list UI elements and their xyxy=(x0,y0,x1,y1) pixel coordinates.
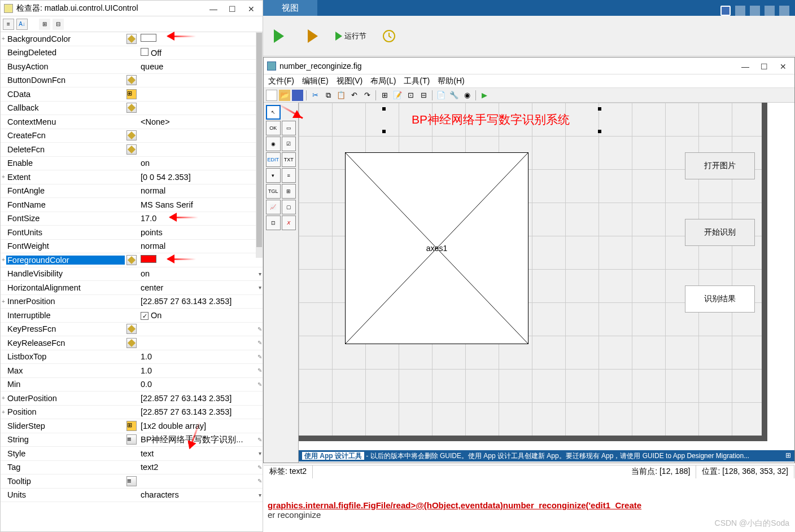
prop-row-outerposition[interactable]: +OuterPosition[22.857 27 63.143 2.353] xyxy=(1,392,263,406)
categorize-icon[interactable]: ≡ xyxy=(3,19,14,30)
prop-value[interactable] xyxy=(138,34,257,43)
axes-tool[interactable]: 📈 xyxy=(266,200,281,214)
pencil-icon[interactable] xyxy=(126,130,137,140)
property-grid[interactable]: +BackgroundColorBeingDeletedOffBusyActio… xyxy=(1,32,263,531)
prop-row-buttondownfcn[interactable]: ButtonDownFcn✎ xyxy=(1,74,263,88)
expand-toggle[interactable]: + xyxy=(1,257,6,263)
prop-row-extent[interactable]: +Extent[0 0 54 2.353] xyxy=(1,170,263,184)
prop-value[interactable]: On xyxy=(138,311,257,320)
pushbutton-tool[interactable]: OK xyxy=(266,121,281,135)
migration-banner[interactable]: 使用 App 设计工具 - 以后的版本中将会删除 GUIDE。使用 App 设计… xyxy=(299,450,794,461)
menu-view[interactable]: 视图(V) xyxy=(337,76,363,86)
open-icon[interactable]: 📂 xyxy=(279,90,290,101)
prop-row-deletefcn[interactable]: DeleteFcn✎ xyxy=(1,143,263,157)
grid-icon[interactable]: ⊞ xyxy=(126,89,137,99)
axes1-control[interactable]: axes1 xyxy=(345,152,528,344)
prop-row-handlevisibility[interactable]: HandleVisibilityon▾ xyxy=(1,267,263,282)
menu-layout[interactable]: 布局(L) xyxy=(370,76,396,86)
maximize-button[interactable]: ☐ xyxy=(229,5,237,12)
color-swatch[interactable] xyxy=(141,34,156,42)
prop-row-tag[interactable]: Tagtext2✎ xyxy=(1,461,263,475)
open-image-button[interactable]: 打开图片 xyxy=(685,152,755,179)
prop-value[interactable]: <None> xyxy=(138,117,257,126)
expand-toggle[interactable]: + xyxy=(1,174,6,180)
menu-edit[interactable]: 编辑(E) xyxy=(302,76,329,86)
alphabetize-icon[interactable]: A↓ xyxy=(16,19,28,30)
activex-tool[interactable]: X xyxy=(282,216,296,230)
edit-pencil-icon[interactable]: ✎ xyxy=(257,367,263,373)
list-icon[interactable]: ≡ xyxy=(126,476,137,486)
prop-value[interactable] xyxy=(138,255,257,265)
expand-toggle[interactable]: + xyxy=(1,298,6,305)
prop-value[interactable]: 1.0 xyxy=(138,366,257,375)
prop-row-horizontalalignment[interactable]: HorizontalAlignmentcenter▾ xyxy=(1,281,263,295)
run-figure-icon[interactable]: ▶ xyxy=(479,90,490,101)
maximize-button[interactable]: ☐ xyxy=(761,62,768,70)
new-icon[interactable] xyxy=(266,90,277,101)
prop-value[interactable]: [22.857 27 63.143 2.353] xyxy=(138,297,257,306)
prop-value[interactable]: 0.0 xyxy=(138,380,257,389)
prop-row-fontweight[interactable]: FontWeightnormal▾ xyxy=(1,240,263,254)
prop-row-callback[interactable]: Callback✎ xyxy=(1,102,263,116)
copy-icon[interactable] xyxy=(750,6,760,16)
menu-editor-icon[interactable]: 📝 xyxy=(392,90,403,101)
pencil-icon[interactable] xyxy=(126,324,137,334)
copy-icon[interactable]: ⧉ xyxy=(322,90,334,101)
save-icon[interactable] xyxy=(292,90,303,101)
dropdown-arrow-icon[interactable]: ▾ xyxy=(257,284,263,291)
run-section-button[interactable]: 运行节 xyxy=(335,31,366,41)
prop-row-keypressfcn[interactable]: KeyPressFcn✎ xyxy=(1,323,263,337)
prop-row-fontname[interactable]: FontNameMS Sans Serif✎ xyxy=(1,198,263,212)
text2-control[interactable]: BP神经网络手写数字识别系统 xyxy=(383,108,598,131)
dropdown-arrow-icon[interactable]: ▾ xyxy=(257,450,263,456)
expand-toggle[interactable]: + xyxy=(1,395,6,401)
prop-row-keyreleasefcn[interactable]: KeyReleaseFcn✎ xyxy=(1,336,263,350)
prop-value[interactable]: on xyxy=(138,159,257,168)
prop-value[interactable]: normal xyxy=(138,241,257,250)
prop-value[interactable]: Off xyxy=(138,48,257,58)
pencil-icon[interactable] xyxy=(126,75,137,85)
prop-value[interactable]: MS Sans Serif xyxy=(138,200,257,209)
dropdown-arrow-icon[interactable]: ▾ xyxy=(257,492,263,498)
tab-view[interactable]: 视图 xyxy=(263,0,317,16)
menu-help[interactable]: 帮助(H) xyxy=(438,76,464,86)
run-advance-button[interactable] xyxy=(302,25,324,47)
prop-row-backgroundcolor[interactable]: +BackgroundColor xyxy=(1,32,263,46)
run-button[interactable] xyxy=(268,25,290,47)
save-icon[interactable] xyxy=(720,6,731,16)
prop-row-string[interactable]: String≡BP神经网络手写数字识别...✎ xyxy=(1,433,263,447)
prop-row-busyaction[interactable]: BusyActionqueue▾ xyxy=(1,60,263,74)
paste-icon[interactable]: 📋 xyxy=(335,90,347,101)
prop-value[interactable]: [22.857 27 63.143 2.353] xyxy=(138,407,257,416)
prop-value[interactable]: 1.0 xyxy=(138,352,257,361)
prop-row-interruptible[interactable]: InterruptibleOn xyxy=(1,309,263,323)
object-browser-icon[interactable]: ◉ xyxy=(461,90,473,101)
pencil-icon[interactable] xyxy=(126,255,137,265)
edit-pencil-icon[interactable]: ✎ xyxy=(257,326,263,332)
prop-value[interactable]: normal xyxy=(138,186,257,195)
prop-value[interactable]: on xyxy=(138,269,257,278)
prop-value[interactable]: [22.857 27 63.143 2.353] xyxy=(138,394,257,403)
prop-row-fontsize[interactable]: FontSize17.0✎ xyxy=(1,212,263,226)
prop-row-fontangle[interactable]: FontAnglenormal▾ xyxy=(1,184,263,199)
run-time-button[interactable] xyxy=(378,25,400,47)
statictext-tool[interactable]: TXT xyxy=(282,152,296,167)
prop-value[interactable]: text xyxy=(138,449,257,458)
cut-icon[interactable]: ✂ xyxy=(309,90,321,101)
design-canvas[interactable]: BP神经网络手写数字识别系统 axes1 打开图片 开始识别 识别结果 使用 A… xyxy=(299,103,794,463)
menu-tools[interactable]: 工具(T) xyxy=(404,76,430,86)
edit-pencil-icon[interactable]: ✎ xyxy=(257,354,263,360)
checkbox[interactable] xyxy=(141,312,148,320)
paste-icon[interactable] xyxy=(765,6,775,16)
togglebutton-tool[interactable]: TGL xyxy=(266,184,281,199)
align-icon[interactable]: ⊞ xyxy=(379,90,390,101)
scrollbar[interactable] xyxy=(256,32,263,258)
prop-value[interactable]: characters xyxy=(138,490,257,499)
pencil-icon[interactable] xyxy=(126,338,137,348)
tab-order-icon[interactable]: ⊡ xyxy=(405,90,416,101)
editor-icon[interactable]: 📄 xyxy=(435,90,447,101)
slider-tool[interactable]: ▭ xyxy=(282,121,296,135)
result-edit[interactable]: 识别结果 xyxy=(685,285,755,313)
popupmenu-tool[interactable]: ▾ xyxy=(266,168,281,183)
panel-tool[interactable]: ▢ xyxy=(282,200,296,214)
